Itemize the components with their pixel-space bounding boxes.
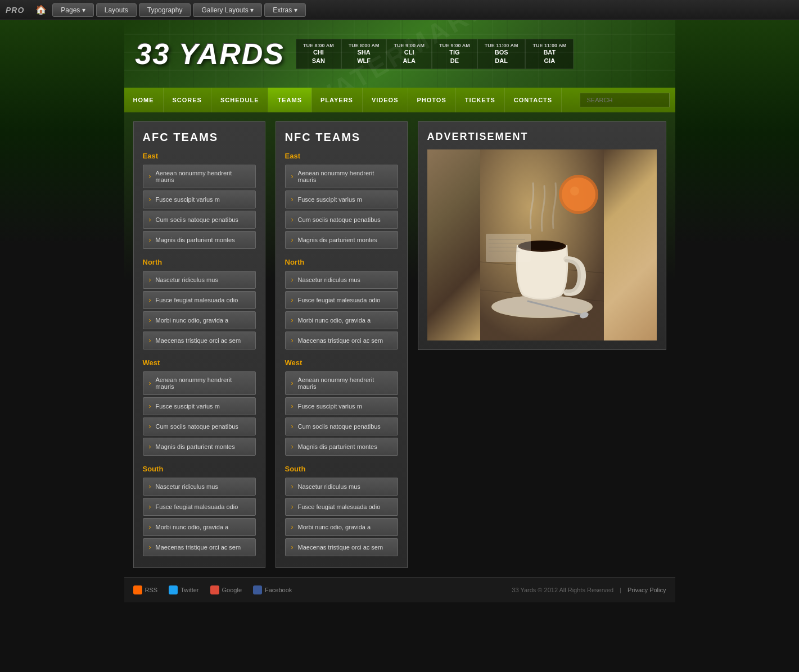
afc-south-team-2[interactable]: ›Fusce feugiat malesuada odio xyxy=(143,498,256,516)
afc-south-team-3[interactable]: ›Morbi nunc odio, gravida a xyxy=(143,518,256,536)
advertisement-column: ADVERTISEMENT xyxy=(418,121,666,350)
privacy-policy-link[interactable]: Privacy Policy xyxy=(628,587,666,593)
extras-button[interactable]: Extras ▾ xyxy=(264,3,305,17)
nfc-east-section: East ›Aenean nonummy hendrerit mauris ›F… xyxy=(285,152,398,249)
nav-tickets[interactable]: TICKETS xyxy=(456,88,505,112)
nfc-east-team-2[interactable]: ›Fusce suscipit varius m xyxy=(285,190,398,208)
nfc-west-team-2[interactable]: ›Fusce suscipit varius m xyxy=(285,397,398,415)
twitter-label: Twitter xyxy=(180,587,198,593)
nfc-title: NFC TEAMS xyxy=(285,131,398,144)
pages-button[interactable]: Pages ▾ xyxy=(52,3,93,17)
nfc-west-team-1[interactable]: ›Aenean nonummy hendrerit mauris xyxy=(285,371,398,395)
nfc-north-team-1[interactable]: ›Nascetur ridiculus mus xyxy=(285,271,398,289)
svg-rect-13 xyxy=(486,234,531,262)
afc-panel-inner: AFC TEAMS East ›Aenean nonummy hendrerit… xyxy=(133,121,265,568)
nav-videos[interactable]: VIDEOS xyxy=(363,88,408,112)
nfc-west-label: West xyxy=(285,358,398,367)
afc-east-team-4[interactable]: ›Magnis dis parturient montes xyxy=(143,231,256,249)
site-footer: RSS Twitter Google Facebook xyxy=(124,577,675,602)
afc-west-team-3[interactable]: ›Cum sociis natoque penatibus xyxy=(143,417,256,435)
search-input[interactable] xyxy=(580,93,670,107)
afc-north-team-4[interactable]: ›Maecenas tristique orci ac sem xyxy=(143,332,256,349)
ad-panel: ADVERTISEMENT xyxy=(418,121,666,350)
gallery-layouts-button[interactable]: Gallery Layouts ▾ xyxy=(193,3,262,17)
nav-photos[interactable]: PHOTOS xyxy=(408,88,456,112)
afc-west-team-2[interactable]: ›Fusce suscipit varius m xyxy=(143,397,256,415)
footer-copyright: 33 Yards © 2012 All Rights Reserved | Pr… xyxy=(512,587,666,593)
svg-point-12 xyxy=(570,187,579,196)
nfc-east-team-4[interactable]: ›Magnis dis parturient montes xyxy=(285,231,398,249)
brand-label: PRO xyxy=(6,6,24,15)
nfc-south-team-4[interactable]: ›Maecenas tristique orci ac sem xyxy=(285,538,398,556)
nav-scores[interactable]: SCORES xyxy=(164,88,211,112)
top-navigation-bar: PRO 🏠 Pages ▾ Layouts Typography Gallery… xyxy=(0,0,799,20)
site-header: WATERMARK 33 YARDS TUE 8:00 AM CHISAN TU… xyxy=(124,20,675,88)
svg-point-11 xyxy=(562,178,595,211)
afc-west-team-1[interactable]: ›Aenean nonummy hendrerit mauris xyxy=(143,371,256,395)
nfc-north-team-2[interactable]: ›Fusce feugiat malesuada odio xyxy=(285,291,398,309)
nfc-north-team-3[interactable]: ›Morbi nunc odio, gravida a xyxy=(285,311,398,329)
nfc-west-team-4[interactable]: ›Magnis dis parturient montes xyxy=(285,438,398,456)
nfc-south-section: South ›Nascetur ridiculus mus ›Fusce feu… xyxy=(285,465,398,556)
typography-button[interactable]: Typography xyxy=(139,3,191,17)
site-logo: 33 YARDS xyxy=(136,37,285,71)
afc-east-team-3[interactable]: ›Cum sociis natoque penatibus xyxy=(143,211,256,229)
afc-west-label: West xyxy=(143,358,256,367)
nfc-teams-panel: NFC TEAMS East ›Aenean nonummy hendrerit… xyxy=(276,121,408,568)
ad-title: ADVERTISEMENT xyxy=(427,131,657,143)
nfc-south-label: South xyxy=(285,465,398,473)
nfc-north-label: North xyxy=(285,258,398,266)
rss-link[interactable]: RSS xyxy=(133,585,158,594)
afc-north-team-2[interactable]: ›Fusce feugiat malesuada odio xyxy=(143,291,256,309)
nav-teams[interactable]: TEAMS xyxy=(268,88,312,112)
afc-north-team-3[interactable]: ›Morbi nunc odio, gravida a xyxy=(143,311,256,329)
nfc-north-team-4[interactable]: ›Maecenas tristique orci ac sem xyxy=(285,332,398,349)
search-container xyxy=(580,93,670,107)
home-icon[interactable]: 🏠 xyxy=(35,4,47,15)
google-link[interactable]: Google xyxy=(210,585,242,594)
ad-image xyxy=(427,149,657,340)
nav-players[interactable]: PLAYERS xyxy=(312,88,363,112)
rss-label: RSS xyxy=(145,587,158,593)
twitter-link[interactable]: Twitter xyxy=(169,585,198,594)
facebook-icon xyxy=(253,585,262,594)
copyright-text: 33 Yards © 2012 All Rights Reserved xyxy=(512,587,613,593)
nfc-south-team-3[interactable]: ›Morbi nunc odio, gravida a xyxy=(285,518,398,536)
afc-north-label: North xyxy=(143,258,256,266)
facebook-link[interactable]: Facebook xyxy=(253,585,292,594)
layouts-button[interactable]: Layouts xyxy=(96,3,137,17)
afc-teams-panel: AFC TEAMS East ›Aenean nonummy hendrerit… xyxy=(133,121,265,568)
afc-south-team-4[interactable]: ›Maecenas tristique orci ac sem xyxy=(143,538,256,556)
nfc-west-team-3[interactable]: ›Cum sociis natoque penatibus xyxy=(285,417,398,435)
afc-east-section: East ›Aenean nonummy hendrerit mauris ›F… xyxy=(143,152,256,249)
nfc-east-label: East xyxy=(285,152,398,160)
nfc-north-section: North ›Nascetur ridiculus mus ›Fusce feu… xyxy=(285,258,398,349)
afc-east-label: East xyxy=(143,152,256,160)
nfc-east-team-3[interactable]: ›Cum sociis natoque penatibus xyxy=(285,211,398,229)
facebook-label: Facebook xyxy=(265,587,292,593)
nav-schedule[interactable]: SCHEDULE xyxy=(211,88,269,112)
afc-north-team-1[interactable]: ›Nascetur ridiculus mus xyxy=(143,271,256,289)
google-label: Google xyxy=(222,587,242,593)
google-icon xyxy=(210,585,219,594)
afc-west-team-4[interactable]: ›Magnis dis parturient montes xyxy=(143,438,256,456)
nav-contacts[interactable]: CONTACTS xyxy=(505,88,562,112)
nfc-south-team-1[interactable]: ›Nascetur ridiculus mus xyxy=(285,478,398,496)
afc-east-team-2[interactable]: ›Fusce suscipit varius m xyxy=(143,190,256,208)
afc-east-team-1[interactable]: ›Aenean nonummy hendrerit mauris xyxy=(143,165,256,188)
afc-west-section: West ›Aenean nonummy hendrerit mauris ›F… xyxy=(143,358,256,456)
rss-icon xyxy=(133,585,142,594)
nfc-south-team-2[interactable]: ›Fusce feugiat malesuada odio xyxy=(285,498,398,516)
main-navigation: HOME SCORES SCHEDULE TEAMS PLAYERS VIDEO… xyxy=(124,88,675,112)
nfc-west-section: West ›Aenean nonummy hendrerit mauris ›F… xyxy=(285,358,398,456)
footer-separator: | xyxy=(620,587,621,593)
afc-south-label: South xyxy=(143,465,256,473)
nfc-panel-inner: NFC TEAMS East ›Aenean nonummy hendrerit… xyxy=(276,121,408,568)
nav-home[interactable]: HOME xyxy=(124,88,164,112)
twitter-icon xyxy=(169,585,178,594)
social-links: RSS Twitter Google Facebook xyxy=(133,585,292,594)
afc-title: AFC TEAMS xyxy=(143,131,256,144)
nfc-east-team-1[interactable]: ›Aenean nonummy hendrerit mauris xyxy=(285,165,398,188)
afc-south-team-1[interactable]: ›Nascetur ridiculus mus xyxy=(143,478,256,496)
afc-north-section: North ›Nascetur ridiculus mus ›Fusce feu… xyxy=(143,258,256,349)
